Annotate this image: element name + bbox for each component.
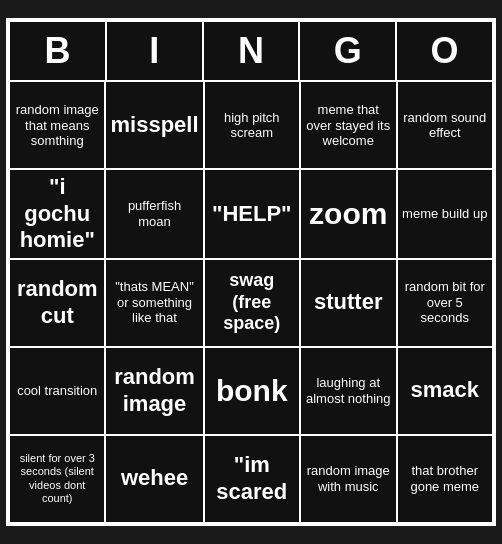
header-letter: N bbox=[203, 21, 300, 81]
bingo-cell: random cut bbox=[9, 259, 105, 347]
bingo-cell: "i gochu homie" bbox=[9, 169, 105, 258]
bingo-header: BINGO bbox=[9, 21, 493, 81]
bingo-cell: random bit for over 5 seconds bbox=[397, 259, 494, 347]
bingo-cell: random image that means somthing bbox=[9, 81, 105, 169]
bingo-cell: silent for over 3 seconds (silent videos… bbox=[9, 435, 105, 523]
bingo-cell: bonk bbox=[204, 347, 300, 435]
bingo-cell: smack bbox=[397, 347, 494, 435]
bingo-cell: "thats MEAN" or something like that bbox=[105, 259, 203, 347]
bingo-cell: laughing at almost nothing bbox=[300, 347, 396, 435]
bingo-cell: random image with music bbox=[300, 435, 396, 523]
bingo-cell: wehee bbox=[105, 435, 203, 523]
bingo-cell: meme build up bbox=[397, 169, 494, 258]
bingo-cell: random sound effect bbox=[397, 81, 494, 169]
bingo-grid: random image that means somthingmisspell… bbox=[9, 81, 493, 522]
bingo-cell: that brother gone meme bbox=[397, 435, 494, 523]
bingo-cell: meme that over stayed its welcome bbox=[300, 81, 396, 169]
bingo-cell: pufferfish moan bbox=[105, 169, 203, 258]
header-letter: O bbox=[396, 21, 493, 81]
bingo-cell: "im scared bbox=[204, 435, 300, 523]
bingo-cell: high pitch scream bbox=[204, 81, 300, 169]
bingo-cell: "HELP" bbox=[204, 169, 300, 258]
bingo-cell: zoom bbox=[300, 169, 396, 258]
header-letter: G bbox=[299, 21, 396, 81]
bingo-cell: cool transition bbox=[9, 347, 105, 435]
bingo-cell: swag (free space) bbox=[204, 259, 300, 347]
header-letter: I bbox=[106, 21, 203, 81]
header-letter: B bbox=[9, 21, 106, 81]
bingo-cell: misspell bbox=[105, 81, 203, 169]
bingo-cell: random image bbox=[105, 347, 203, 435]
bingo-cell: stutter bbox=[300, 259, 396, 347]
bingo-card: BINGO random image that means somthingmi… bbox=[6, 18, 496, 525]
